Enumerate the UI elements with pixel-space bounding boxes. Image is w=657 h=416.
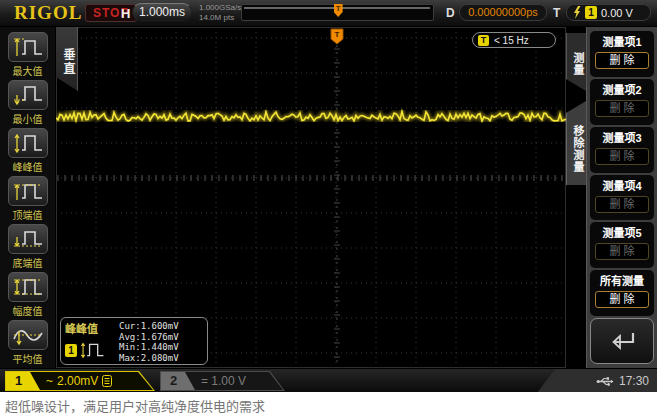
sidebar-item-vamp[interactable]: 幅度值 <box>0 272 55 320</box>
tab-measure[interactable]: 测量 <box>566 33 586 91</box>
sidebar-item-vavg[interactable]: 平均值 <box>0 320 55 368</box>
menu-item-all-measures[interactable]: 所有测量 删 除 <box>590 270 654 316</box>
delay-value[interactable]: 0.00000000ps <box>459 4 547 21</box>
top-status-bar: RIGOL STOP H 1.000ms 1.000GSa/s 14.0M pt… <box>0 0 657 27</box>
vamp-icon <box>8 272 48 302</box>
popup-row-avg: Avg:1.676mV <box>119 332 203 343</box>
trigger-level-value: 0.00 V <box>601 7 633 19</box>
bandwidth-icon <box>102 375 112 387</box>
vpp-mini-icon <box>79 340 105 360</box>
sample-rate: 1.000GSa/s <box>199 3 241 13</box>
oscilloscope-screen: RIGOL STOP H 1.000ms 1.000GSa/s 14.0M pt… <box>0 0 657 392</box>
channel-1-badge: 1 <box>6 372 40 390</box>
channel-2-status[interactable]: 2 = 1.00 V <box>160 371 285 391</box>
measurement-popup: 峰峰值 1 Cur:1.600mV Avg:1.676mV Min:1.440m… <box>60 317 208 365</box>
measure-function-sidebar: 最大值 最小值 峰峰值 顶端值 <box>0 27 55 368</box>
vmin-icon <box>8 80 48 110</box>
menu-item-measure-3[interactable]: 测量项3 删 除 <box>590 127 654 173</box>
status-right-panel: 17:30 <box>537 369 657 393</box>
trigger-edge-icon <box>573 6 581 19</box>
usb-icon <box>596 376 614 387</box>
ch2-scale: 1.00 V <box>211 374 246 388</box>
return-arrow-icon <box>606 330 638 352</box>
delete-button-2[interactable]: 删 除 <box>595 100 649 117</box>
ch1-scale: 2.00mV <box>57 374 98 388</box>
menu-item-measure-1[interactable]: 测量项1 删 除 <box>590 31 654 77</box>
ch2-coupling: = <box>201 374 208 388</box>
svg-text:T: T <box>335 30 340 39</box>
vpp-icon <box>8 128 48 158</box>
waveform-overview-bar[interactable]: T <box>241 4 434 21</box>
sidebar-item-vmax[interactable]: 最大值 <box>0 32 55 80</box>
popup-values: Cur:1.600mV Avg:1.676mV Min:1.440mV Max:… <box>119 320 203 362</box>
frequency-counter-badge: T < 15 Hz <box>472 32 556 48</box>
delete-button-4[interactable]: 删 除 <box>595 196 649 213</box>
waveform-display: T T < 15 Hz 峰峰值 1 Cur:1.600mV A <box>56 27 566 368</box>
menu-back-button[interactable] <box>590 318 654 364</box>
sample-rate-block: 1.000GSa/s 14.0M pts <box>199 3 241 23</box>
vtop-icon <box>8 176 48 206</box>
tab-remove-measure[interactable]: 移除测量 <box>566 101 586 185</box>
sidebar-item-vtop[interactable]: 顶端值 <box>0 176 55 224</box>
ch1-coupling: ~ <box>46 374 53 388</box>
rigol-logo: RIGOL <box>14 2 82 24</box>
sidebar-item-vbase[interactable]: 底端值 <box>0 224 55 272</box>
remove-measure-menu: 测量项1 删 除 测量项2 删 除 测量项3 删 除 测量项4 删 除 测量项5… <box>586 27 657 368</box>
channel-2-badge: 2 <box>161 372 195 390</box>
menu-item-measure-4[interactable]: 测量项4 删 除 <box>590 175 654 221</box>
freq-source-badge: T <box>478 35 489 46</box>
channel-1-status[interactable]: 1 ~ 2.00mV <box>5 371 155 391</box>
popup-channel-badge: 1 <box>65 344 77 357</box>
popup-title: 峰峰值 <box>65 320 119 336</box>
delete-button-1[interactable]: 删 除 <box>595 52 649 69</box>
trigger-label: T <box>553 6 560 20</box>
delete-all-button[interactable]: 删 除 <box>595 291 649 308</box>
timebase-value[interactable]: 1.000ms <box>132 3 192 21</box>
delete-button-5[interactable]: 删 除 <box>595 243 649 260</box>
popup-row-cur: Cur:1.600mV <box>119 321 203 332</box>
memory-depth: 14.0M pts <box>199 13 241 23</box>
trigger-info-box[interactable]: 1 0.00 V <box>566 4 651 21</box>
sidebar-item-vmin[interactable]: 最小值 <box>0 80 55 128</box>
clock-text: 17:30 <box>619 374 649 388</box>
delay-label: D <box>446 6 455 20</box>
vmax-icon <box>8 32 48 62</box>
screenshot-root: RIGOL STOP H 1.000ms 1.000GSa/s 14.0M pt… <box>0 0 657 416</box>
sidebar-item-vpp[interactable]: 峰峰值 <box>0 128 55 176</box>
caption-text: 超低噪设计，满足用户对高纯净度供电的需求 <box>0 392 657 416</box>
popup-row-max: Max:2.080mV <box>119 353 203 364</box>
bottom-status-bar: 1 ~ 2.00mV 2 = 1.00 V <box>0 368 657 392</box>
horizontal-label: H <box>121 6 130 21</box>
menu-item-measure-2[interactable]: 测量项2 删 除 <box>590 79 654 125</box>
delete-button-3[interactable]: 删 除 <box>595 148 649 165</box>
vavg-icon <box>8 320 48 350</box>
trigger-source-badge: 1 <box>585 6 597 19</box>
menu-item-measure-5[interactable]: 测量项5 删 除 <box>590 222 654 268</box>
freq-value: < 15 Hz <box>494 35 529 46</box>
popup-row-min: Min:1.440mV <box>119 342 203 353</box>
vbase-icon <box>8 224 48 254</box>
